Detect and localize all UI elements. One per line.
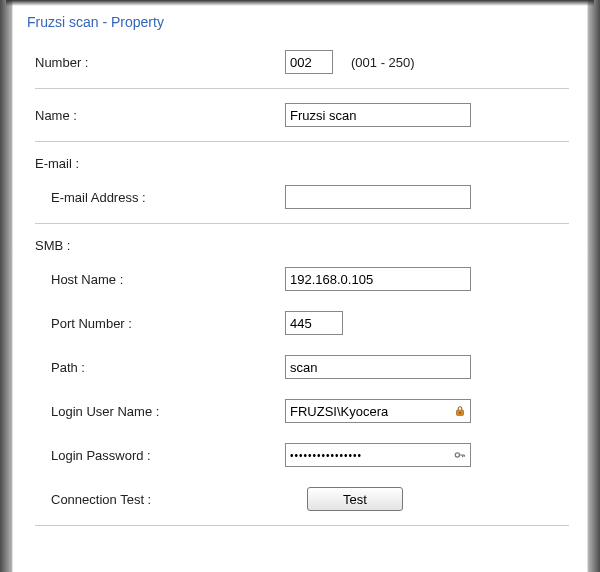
input-email-address[interactable] — [285, 185, 471, 209]
row-host-name: Host Name : — [27, 257, 573, 301]
hint-number: (001 - 250) — [351, 55, 415, 70]
section-email: E-mail : — [27, 146, 573, 175]
label-host-name: Host Name : — [51, 272, 285, 287]
input-login-user[interactable] — [285, 399, 471, 423]
svg-point-1 — [459, 412, 461, 414]
divider — [35, 88, 569, 89]
row-number: Number : (001 - 250) — [27, 40, 573, 84]
page-title: Fruzsi scan - Property — [27, 8, 573, 40]
label-email-address: E-mail Address : — [51, 190, 285, 205]
key-icon — [453, 448, 467, 462]
test-button[interactable]: Test — [307, 487, 403, 511]
input-number[interactable] — [285, 50, 333, 74]
label-login-password: Login Password : — [51, 448, 285, 463]
label-connection-test: Connection Test : — [51, 492, 307, 507]
input-login-password[interactable] — [285, 443, 471, 467]
row-connection-test: Connection Test : Test — [27, 477, 573, 521]
label-number: Number : — [35, 55, 285, 70]
input-name[interactable] — [285, 103, 471, 127]
credential-icon — [453, 404, 467, 418]
divider — [35, 525, 569, 526]
input-host-name[interactable] — [285, 267, 471, 291]
label-path: Path : — [51, 360, 285, 375]
divider — [35, 223, 569, 224]
row-email-address: E-mail Address : — [27, 175, 573, 219]
label-login-user: Login User Name : — [51, 404, 285, 419]
row-port-number: Port Number : — [27, 301, 573, 345]
section-smb: SMB : — [27, 228, 573, 257]
row-login-user: Login User Name : — [27, 389, 573, 433]
property-panel: Fruzsi scan - Property Number : (001 - 2… — [12, 0, 588, 572]
input-path[interactable] — [285, 355, 471, 379]
input-port-number[interactable] — [285, 311, 343, 335]
label-port-number: Port Number : — [51, 316, 285, 331]
row-path: Path : — [27, 345, 573, 389]
divider — [35, 141, 569, 142]
row-login-password: Login Password : — [27, 433, 573, 477]
svg-point-2 — [455, 453, 459, 457]
label-name: Name : — [35, 108, 285, 123]
row-name: Name : — [27, 93, 573, 137]
